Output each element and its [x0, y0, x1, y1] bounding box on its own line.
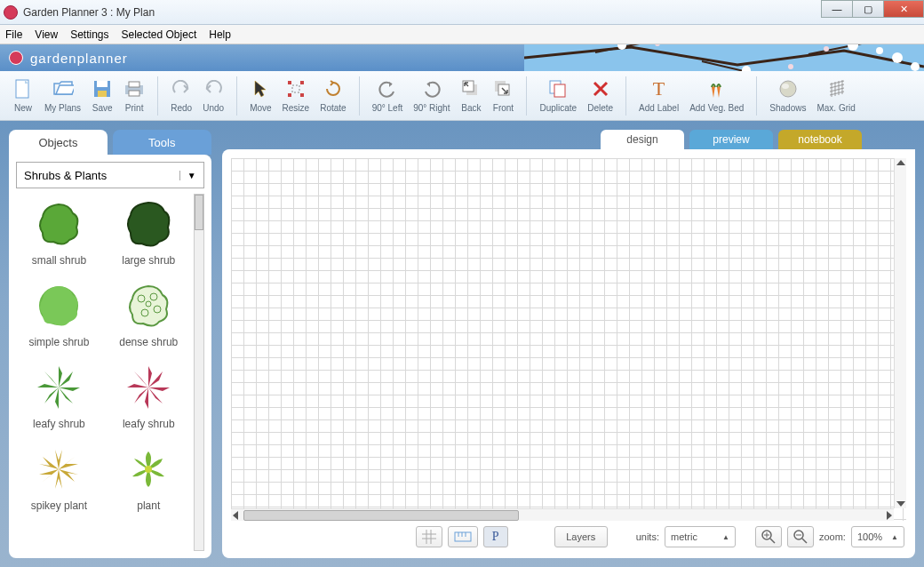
duplicate-button[interactable]: Duplicate: [534, 76, 582, 115]
folder-icon: [52, 78, 74, 100]
category-value: Shrubs & Plants: [24, 169, 107, 182]
rotate-icon: [323, 78, 344, 100]
horizontal-scrollbar[interactable]: [231, 508, 894, 521]
main-area: design preview notebook P Layers units: …: [222, 130, 915, 558]
zoom-out-icon: [793, 530, 808, 544]
vertical-scrollbar[interactable]: [894, 158, 906, 508]
redo-icon: [171, 78, 192, 100]
delete-button[interactable]: Delete: [582, 76, 618, 115]
object-plant[interactable]: plant: [106, 439, 192, 517]
print-button[interactable]: Print: [118, 76, 150, 115]
save-button[interactable]: Save: [86, 76, 118, 115]
sidebar: Objects Tools Shrubs & Plants ▼ small sh…: [9, 130, 211, 558]
menu-help[interactable]: Help: [209, 28, 231, 41]
svg-rect-15: [129, 82, 139, 87]
grid-icon: [825, 78, 847, 100]
object-spikey-plant[interactable]: spikey plant: [16, 439, 102, 517]
zoom-in-button[interactable]: [755, 526, 782, 547]
rotate-left-button[interactable]: 90° Left: [367, 76, 409, 115]
objects-panel: Shrubs & Plants ▼ small shrub large shru…: [9, 155, 211, 558]
resize-button[interactable]: Resize: [277, 76, 315, 115]
add-veg-bed-button[interactable]: Add Veg. Bed: [684, 76, 749, 115]
plant-icon: [123, 444, 173, 494]
window-titlebar: Garden Planner 3 : My Plan — ▢ ✕: [0, 0, 924, 25]
svg-rect-27: [554, 84, 565, 97]
svg-point-5: [911, 62, 920, 71]
menubar: File View Settings Selected Object Help: [0, 25, 924, 44]
zoom-label: zoom:: [819, 531, 846, 542]
max-grid-button[interactable]: Max. Grid: [811, 76, 860, 115]
menu-selected-object[interactable]: Selected Object: [122, 28, 197, 41]
redo-button[interactable]: Redo: [165, 76, 197, 115]
canvas-statusbar: P Layers units: metric▲ zoom: 100%▲: [231, 521, 906, 549]
menu-view[interactable]: View: [35, 28, 58, 41]
brand-right: planner: [77, 51, 128, 66]
rotate-left-icon: [377, 78, 398, 100]
grid-background: [231, 158, 906, 521]
back-icon: [460, 78, 482, 100]
resize-icon: [285, 78, 307, 100]
front-icon: [492, 78, 514, 100]
tab-preview[interactable]: preview: [689, 130, 773, 149]
bring-front-button[interactable]: Front: [487, 76, 519, 115]
object-dense-shrub[interactable]: dense shrub: [106, 276, 192, 354]
ruler-button[interactable]: [448, 526, 478, 547]
ruler-icon: [454, 531, 472, 542]
large-shrub-icon: [123, 199, 173, 249]
text-icon: T: [649, 78, 670, 100]
menu-settings[interactable]: Settings: [70, 28, 108, 41]
zoom-in-icon: [761, 530, 776, 544]
category-select[interactable]: Shrubs & Plants ▼: [16, 162, 204, 188]
chevron-up-icon: ▲: [891, 533, 898, 541]
duplicate-icon: [547, 78, 569, 100]
simple-shrub-icon: [34, 281, 84, 331]
close-button[interactable]: ✕: [883, 0, 924, 18]
svg-point-6: [876, 47, 883, 54]
objects-scrollbar[interactable]: [194, 194, 204, 551]
my-plans-button[interactable]: My Plans: [39, 76, 86, 115]
svg-rect-19: [300, 81, 304, 84]
chevron-down-icon: ▼: [179, 171, 196, 180]
vegetable-icon: [706, 78, 728, 100]
object-simple-shrub[interactable]: simple shrub: [16, 276, 102, 354]
tab-tools[interactable]: Tools: [113, 130, 211, 155]
delete-icon: [590, 78, 611, 100]
tab-objects[interactable]: Objects: [9, 130, 108, 155]
leafy-shrub-green-icon: [34, 363, 84, 412]
shadows-button[interactable]: Shadows: [764, 76, 811, 115]
svg-rect-17: [292, 85, 299, 92]
units-label: units:: [636, 531, 659, 542]
object-large-shrub[interactable]: large shrub: [106, 194, 192, 272]
app-banner: gardenplanner: [0, 44, 924, 71]
send-back-button[interactable]: Back: [455, 76, 487, 115]
tab-notebook[interactable]: notebook: [778, 130, 862, 149]
rotate-right-icon: [421, 78, 442, 100]
svg-point-28: [780, 81, 796, 97]
rotate-right-button[interactable]: 90° Right: [408, 76, 455, 115]
design-canvas[interactable]: [231, 158, 906, 521]
zoom-select[interactable]: 100%▲: [851, 526, 904, 547]
undo-button[interactable]: Undo: [197, 76, 229, 115]
zoom-out-button[interactable]: [787, 526, 814, 547]
p-button[interactable]: P: [483, 526, 508, 547]
units-select[interactable]: metric▲: [665, 526, 736, 547]
svg-point-4: [892, 52, 903, 63]
layers-button[interactable]: Layers: [554, 526, 608, 547]
svg-rect-16: [129, 91, 139, 96]
svg-point-36: [145, 466, 152, 473]
minimize-button[interactable]: —: [821, 0, 853, 18]
dense-shrub-icon: [123, 281, 173, 331]
object-leafy-shrub-2[interactable]: leafy shrub: [106, 357, 192, 435]
menu-file[interactable]: File: [5, 28, 22, 41]
grid-toggle-button[interactable]: [416, 526, 442, 547]
rotate-button[interactable]: Rotate: [315, 76, 351, 115]
svg-rect-21: [300, 93, 304, 97]
tab-design[interactable]: design: [601, 130, 684, 149]
move-button[interactable]: Move: [244, 76, 276, 115]
maximize-button[interactable]: ▢: [852, 0, 884, 18]
object-leafy-shrub-1[interactable]: leafy shrub: [16, 357, 102, 435]
new-button[interactable]: New: [7, 76, 39, 115]
add-label-button[interactable]: TAdd Label: [633, 76, 684, 115]
leafy-shrub-red-icon: [123, 363, 173, 412]
object-small-shrub[interactable]: small shrub: [16, 194, 102, 272]
